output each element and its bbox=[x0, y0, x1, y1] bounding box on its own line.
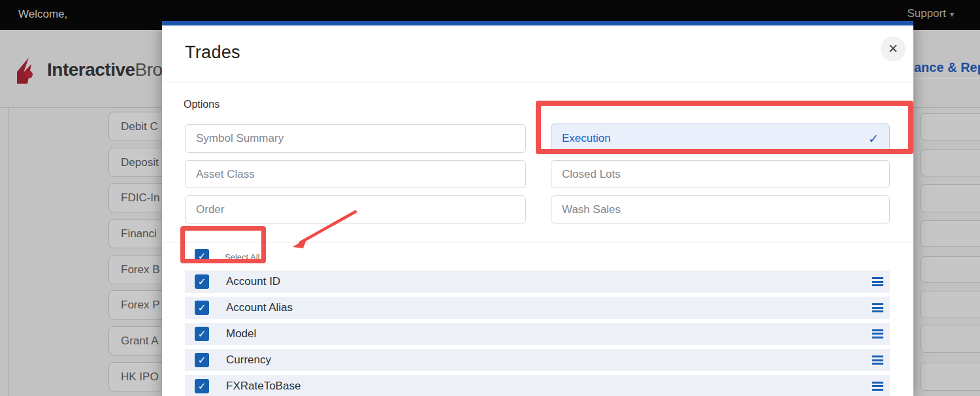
field-checkbox[interactable]: ✓ bbox=[195, 301, 209, 315]
drag-handle-icon[interactable] bbox=[872, 277, 883, 286]
right-panel-item[interactable] bbox=[920, 256, 980, 283]
right-panel-item[interactable] bbox=[920, 325, 980, 353]
close-icon[interactable]: ✕ bbox=[881, 37, 906, 61]
drag-handle-icon[interactable] bbox=[872, 303, 883, 312]
field-row-model: ✓ Model bbox=[185, 323, 890, 345]
option-execution-selected[interactable]: Execution ✓ bbox=[551, 124, 890, 154]
option-closed-lots[interactable]: Closed Lots bbox=[551, 160, 890, 188]
welcome-text: Welcome, bbox=[18, 8, 67, 21]
support-menu[interactable]: Support▾ bbox=[907, 7, 954, 20]
field-checkbox[interactable]: ✓ bbox=[195, 327, 209, 341]
nav-underline bbox=[913, 78, 980, 79]
right-panel-item[interactable] bbox=[920, 184, 980, 212]
modal-header-divider bbox=[162, 82, 913, 82]
field-row-account-alias: ✓ Account Alias bbox=[185, 297, 890, 319]
option-asset-class[interactable]: Asset Class bbox=[185, 160, 526, 188]
field-checkbox[interactable]: ✓ bbox=[195, 379, 209, 393]
options-list-divider bbox=[162, 242, 913, 242]
options-section-label: Options bbox=[184, 99, 220, 110]
right-panel-item[interactable] bbox=[920, 363, 980, 391]
modal-title: Trades bbox=[185, 42, 240, 63]
field-row-fxratetobase: ✓ FXRateToBase bbox=[185, 375, 890, 396]
right-panel-item[interactable] bbox=[920, 291, 980, 318]
field-row-currency: ✓ Currency bbox=[185, 349, 890, 371]
nav-item-performance-reports[interactable]: ance & Repo bbox=[914, 60, 980, 75]
option-order[interactable]: Order bbox=[185, 195, 526, 223]
field-checkbox[interactable]: ✓ bbox=[195, 274, 209, 289]
brand-mark-icon bbox=[14, 55, 42, 85]
check-icon: ✓ bbox=[868, 131, 879, 146]
field-checkbox[interactable]: ✓ bbox=[195, 353, 209, 367]
drag-handle-icon[interactable] bbox=[872, 355, 883, 365]
option-symbol-summary[interactable]: Symbol Summary bbox=[185, 124, 526, 153]
interactive-brokers-logo: InteractiveBrok bbox=[14, 55, 171, 85]
right-panel-item[interactable] bbox=[920, 149, 980, 176]
chevron-down-icon: ▾ bbox=[950, 10, 954, 19]
drag-handle-icon[interactable] bbox=[872, 329, 883, 338]
field-row-account-id: ✓ Account ID bbox=[185, 271, 890, 293]
right-panel-item[interactable] bbox=[920, 113, 980, 140]
trades-modal: Trades ✕ Options Symbol Summary Asset Cl… bbox=[162, 21, 913, 396]
option-wash-sales[interactable]: Wash Sales bbox=[551, 195, 890, 223]
drag-handle-icon[interactable] bbox=[872, 382, 883, 391]
left-panel-border bbox=[8, 108, 9, 396]
right-panel-item[interactable] bbox=[920, 220, 980, 247]
select-all-checkbox[interactable]: ✓ bbox=[195, 249, 209, 263]
brand-name-bold: Interactive bbox=[47, 59, 135, 80]
select-all-label: Select All bbox=[225, 252, 259, 262]
